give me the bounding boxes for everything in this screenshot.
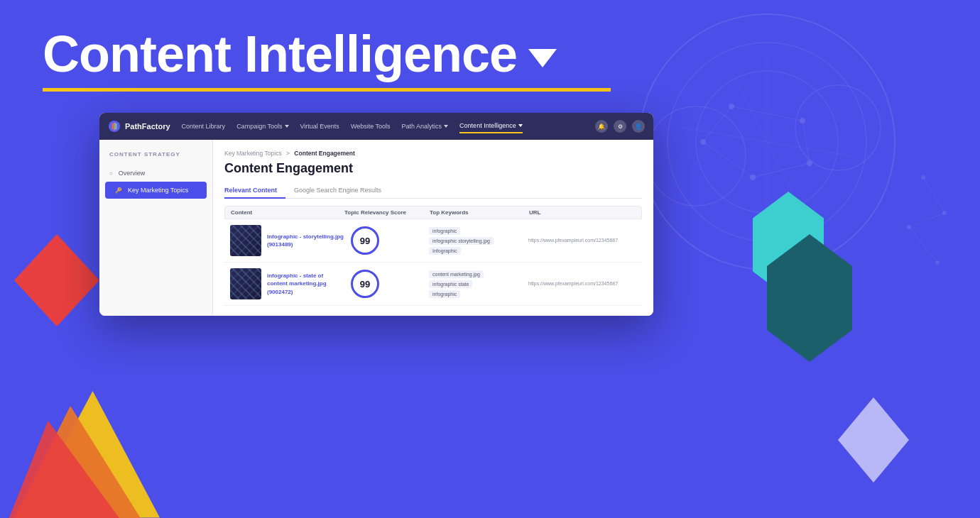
nav-item-content-library[interactable]: Content Library (182, 120, 226, 133)
key-icon: 🔑 (115, 187, 122, 194)
col-header-content: Content (231, 209, 344, 216)
nav-logo[interactable]: PathFactory (108, 120, 170, 133)
score-circle-2: 99 (351, 270, 379, 298)
col-header-keywords: Top Keywords (430, 209, 529, 216)
sidebar: CONTENT STRATEGY ○ Overview 🔑 Key Market… (99, 140, 213, 316)
content-table: Content Topic Relevancy Score Top Keywor… (224, 206, 642, 306)
table-row: infographic - state of content marketing… (224, 263, 642, 306)
content-title-2[interactable]: infographic - state of content marketing… (267, 272, 344, 296)
sidebar-item-overview-label: Overview (119, 170, 146, 177)
breadcrumb-separator: > (286, 150, 290, 157)
keywords-cell-1: infographic infographic storytelling.jpg… (429, 227, 528, 255)
content-cell-2: infographic - state of content marketing… (230, 268, 344, 299)
score-cell-2: 99 (344, 270, 429, 298)
keyword-tag: infographic state (429, 280, 472, 288)
content-cell-1: Infographic - storytelling.jpg (9013489) (230, 225, 344, 256)
ci-dropdown-arrow (518, 124, 523, 127)
keyword-tag: content marketing.jpg (429, 270, 484, 278)
keyword-tag: Infographic (429, 247, 461, 255)
main-title: Content Intelligence (43, 28, 517, 79)
title-dropdown-arrow[interactable] (528, 49, 557, 67)
page-title: Content Engagement (224, 161, 642, 176)
sidebar-section-title: CONTENT STRATEGY (99, 151, 212, 165)
sidebar-item-overview[interactable]: ○ Overview (99, 165, 212, 182)
nav-item-content-intelligence[interactable]: Content Intelligence (459, 119, 523, 133)
table-header: Content Topic Relevancy Score Top Keywor… (224, 206, 642, 219)
col-header-url: URL (529, 209, 636, 216)
pathfactory-logo-icon (108, 120, 121, 133)
tab-relevant-content[interactable]: Relevant Content (224, 183, 285, 199)
table-row: Infographic - storytelling.jpg (9013489)… (224, 219, 642, 263)
col-header-score: Topic Relevancy Score (344, 209, 430, 216)
thumbnail-2 (230, 268, 261, 299)
nav-user-icon[interactable]: 👤 (632, 120, 645, 133)
title-area: Content Intelligence (43, 28, 937, 79)
analytics-dropdown-arrow (444, 125, 448, 128)
nav-item-campaign-tools[interactable]: Campaign Tools (236, 120, 288, 133)
keyword-tag: infographic storytelling.jpg (429, 237, 494, 245)
score-cell-1: 99 (344, 226, 429, 255)
nav-item-virtual-events[interactable]: Virtual Events (300, 120, 339, 133)
keywords-cell-2: content marketing.jpg infographic state … (429, 270, 528, 298)
app-window: PathFactory Content Library Campaign Too… (99, 113, 653, 316)
nav-icons: 🔔 ⚙ 👤 (595, 120, 645, 133)
breadcrumb: Key Marketing Topics > Content Engagemen… (224, 150, 642, 157)
nav-item-website-tools[interactable]: Website Tools (351, 120, 391, 133)
nav-bar: PathFactory Content Library Campaign Too… (99, 113, 653, 140)
keyword-tag: infographic (429, 227, 460, 235)
tabs-container: Relevant Content Google Search Engine Re… (224, 183, 642, 199)
url-cell-1[interactable]: https://www.pfexampleurl.com/12345687 (528, 237, 636, 245)
campaign-dropdown-arrow (285, 125, 289, 128)
orange-shape-group (7, 376, 163, 518)
content-title-1[interactable]: Infographic - storytelling.jpg (9013489) (267, 233, 344, 248)
nav-logo-text: PathFactory (125, 122, 170, 131)
nav-settings-icon[interactable]: ⚙ (614, 120, 626, 133)
keyword-tag: infographic (429, 290, 460, 298)
breadcrumb-current: Content Engagement (294, 150, 354, 157)
nav-bell-icon[interactable]: 🔔 (595, 120, 608, 133)
thumbnail-1 (230, 225, 261, 256)
tab-google-search[interactable]: Google Search Engine Results (285, 183, 390, 199)
gold-divider (43, 88, 611, 92)
overview-icon: ○ (109, 170, 113, 177)
url-cell-2[interactable]: https://www.pfexampleurl.com/12345687 (528, 280, 636, 288)
main-content-area: Key Marketing Topics > Content Engagemen… (213, 140, 653, 316)
breadcrumb-parent[interactable]: Key Marketing Topics (224, 150, 282, 157)
score-circle-1: 99 (351, 226, 379, 255)
sidebar-item-kmt-label: Key Marketing Topics (128, 187, 188, 194)
app-body: CONTENT STRATEGY ○ Overview 🔑 Key Market… (99, 140, 653, 316)
nav-item-path-analytics[interactable]: Path Analytics (402, 120, 449, 133)
sidebar-item-key-marketing-topics[interactable]: 🔑 Key Marketing Topics (105, 182, 207, 199)
